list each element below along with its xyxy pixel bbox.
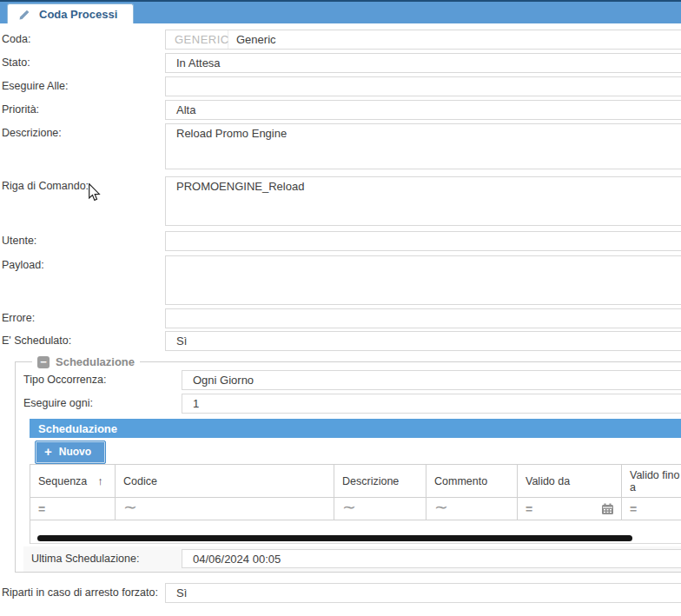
filter-sequenza[interactable]: = xyxy=(30,498,116,520)
column-header-sequenza[interactable]: Sequenza ↑ xyxy=(30,465,116,497)
plus-icon: + xyxy=(44,447,52,456)
field-label: Stato: xyxy=(2,53,165,69)
tab-label: Coda Processi xyxy=(39,8,117,21)
field-label: Coda: xyxy=(2,30,165,45)
sort-asc-icon: ↑ xyxy=(97,474,103,487)
field-label: Payload: xyxy=(2,255,165,271)
field-row-eseguire-alle: Eseguire Alle: xyxy=(2,76,681,96)
nuovo-button[interactable]: + Nuovo xyxy=(35,440,106,464)
filter-valido-da[interactable]: = xyxy=(518,498,622,520)
equals-filter-icon: = xyxy=(630,502,637,516)
field-label: Priorità: xyxy=(2,100,165,116)
equals-filter-icon: = xyxy=(38,502,45,516)
field-label: Ultima Schedulazione: xyxy=(23,553,182,565)
field-label: Descrizione: xyxy=(2,123,165,139)
calendar-icon[interactable] xyxy=(601,503,614,515)
pencil-icon xyxy=(18,8,31,21)
column-label: Valido da xyxy=(526,475,570,487)
field-row-e-schedulato: E' Schedulato: Sì xyxy=(2,331,681,351)
grid-body-empty xyxy=(30,520,681,533)
column-label: Descrizione xyxy=(342,475,399,487)
equals-filter-icon: = xyxy=(526,502,532,516)
filter-valido-fino-a[interactable]: = xyxy=(622,498,681,520)
fieldset-legend-label: Schedulazione xyxy=(56,355,135,368)
e-schedulato-field[interactable]: Sì xyxy=(165,331,681,351)
ultima-schedulazione-field[interactable]: 04/06/2024 00:05 xyxy=(182,549,681,568)
eseguire-alle-field[interactable] xyxy=(165,76,681,96)
filter-descrizione[interactable]: ∼ xyxy=(334,498,426,520)
like-filter-icon: ∼ xyxy=(434,503,448,515)
grid-panel-header: Schedulazione xyxy=(30,419,681,438)
collapse-icon[interactable]: − xyxy=(37,356,50,368)
grid-toolbar: + Nuovo xyxy=(30,438,681,464)
field-row-errore: Errore: xyxy=(2,308,681,328)
field-row-coda: Coda: GENERIC Generic xyxy=(2,30,681,50)
field-label: Riparti in caso di arresto forzato: xyxy=(2,583,165,599)
field-row-payload: Payload: xyxy=(2,255,681,305)
column-header-valido-da[interactable]: Valido da xyxy=(518,465,622,497)
fieldset-legend: − Schedulazione xyxy=(32,355,140,368)
column-label: Valido fino a xyxy=(630,469,681,493)
coda-code-value: GENERIC xyxy=(166,30,228,49)
eseguire-ogni-field[interactable]: 1 xyxy=(182,394,681,414)
utente-field[interactable] xyxy=(165,231,681,251)
nuovo-button-label: Nuovo xyxy=(59,446,91,458)
column-header-valido-fino-a[interactable]: Valido fino a xyxy=(622,465,681,497)
priorita-field[interactable]: Alta xyxy=(165,100,681,120)
field-row-utente: Utente: xyxy=(2,231,681,251)
form-panel: Coda: GENERIC Generic Stato: In Attesa E… xyxy=(0,23,681,603)
field-row-priorita: Priorità: Alta xyxy=(2,100,681,120)
tab-strip: Coda Processi xyxy=(0,0,681,23)
field-row-riga-di-comando: Riga di Comando: PROMOENGINE_Reload xyxy=(2,176,681,226)
column-label: Sequenza xyxy=(38,475,87,487)
field-label: Riga di Comando: xyxy=(2,176,165,192)
field-row-ultima-schedulazione: Ultima Schedulazione: 04/06/2024 00:05 xyxy=(23,546,681,572)
field-row-descrizione: Descrizione: Reload Promo Engine xyxy=(2,123,681,169)
scrollbar-thumb[interactable] xyxy=(37,535,632,541)
field-row-stato: Stato: In Attesa xyxy=(2,53,681,73)
column-header-commento[interactable]: Commento xyxy=(426,465,518,497)
field-label: Tipo Occorrenza: xyxy=(23,370,182,386)
field-label: Eseguire ogni: xyxy=(23,394,182,409)
field-label: E' Schedulato: xyxy=(2,331,165,347)
field-row-riparti: Riparti in caso di arresto forzato: Sì xyxy=(2,583,681,603)
grid-header-row: Sequenza ↑ Codice Descrizione Commento V… xyxy=(30,464,681,498)
payload-textarea[interactable] xyxy=(165,255,681,305)
errore-field[interactable] xyxy=(165,308,681,328)
horizontal-scrollbar[interactable] xyxy=(30,533,681,544)
coda-description-value: Generic xyxy=(228,33,276,46)
schedulazione-fieldset: − Schedulazione Tipo Occorrenza: Ogni Gi… xyxy=(15,355,681,573)
tipo-occorrenza-field[interactable]: Ogni Giorno xyxy=(182,370,681,390)
column-label: Commento xyxy=(434,475,487,487)
field-label: Errore: xyxy=(2,308,165,324)
riparti-field[interactable]: Sì xyxy=(165,583,681,603)
filter-codice[interactable]: ∼ xyxy=(116,498,334,520)
column-header-descrizione[interactable]: Descrizione xyxy=(334,465,426,497)
like-filter-icon: ∼ xyxy=(123,503,137,515)
grid-filter-row: = ∼ ∼ ∼ = xyxy=(30,498,681,520)
filter-commento[interactable]: ∼ xyxy=(426,498,518,520)
tab-coda-processi[interactable]: Coda Processi xyxy=(7,3,134,23)
field-row-tipo-occorrenza: Tipo Occorrenza: Ogni Giorno xyxy=(23,370,681,390)
column-header-codice[interactable]: Codice xyxy=(116,465,334,497)
riga-di-comando-textarea[interactable]: PROMOENGINE_Reload xyxy=(165,176,681,226)
column-label: Codice xyxy=(123,475,157,487)
descrizione-textarea[interactable]: Reload Promo Engine xyxy=(165,123,681,169)
field-label: Utente: xyxy=(2,231,165,247)
grid-table: Sequenza ↑ Codice Descrizione Commento V… xyxy=(30,464,681,544)
stato-field[interactable]: In Attesa xyxy=(165,53,681,73)
field-row-eseguire-ogni: Eseguire ogni: 1 xyxy=(23,394,681,414)
coda-combo-field[interactable]: GENERIC Generic xyxy=(165,30,681,50)
like-filter-icon: ∼ xyxy=(342,503,356,515)
schedulazione-grid-panel: Schedulazione + Nuovo Sequenza ↑ Codice xyxy=(30,419,681,544)
field-label: Eseguire Alle: xyxy=(2,76,165,92)
